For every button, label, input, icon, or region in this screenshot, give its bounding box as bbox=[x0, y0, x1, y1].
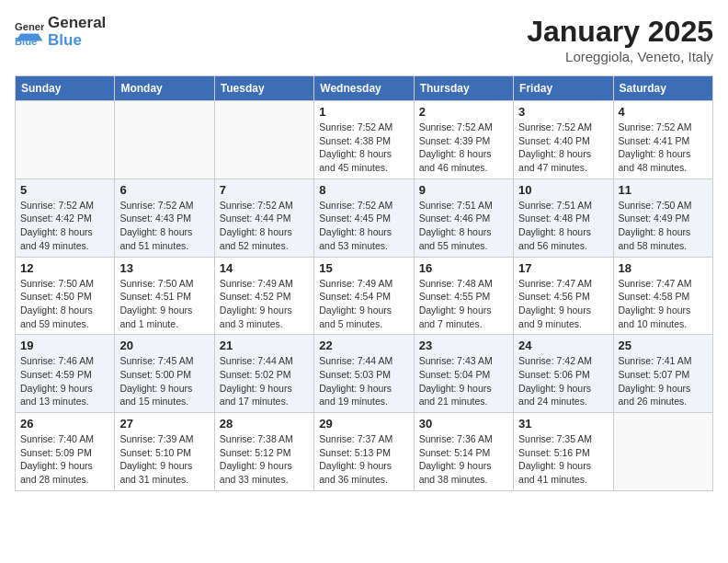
day-info: Sunrise: 7:44 AM Sunset: 5:02 PM Dayligh… bbox=[220, 354, 309, 408]
day-info: Sunrise: 7:47 AM Sunset: 4:58 PM Dayligh… bbox=[619, 277, 708, 331]
day-number: 26 bbox=[20, 417, 109, 431]
calendar-week-row: 1Sunrise: 7:52 AM Sunset: 4:38 PM Daylig… bbox=[16, 101, 713, 179]
day-info: Sunrise: 7:52 AM Sunset: 4:44 PM Dayligh… bbox=[220, 199, 309, 253]
day-number: 20 bbox=[119, 339, 209, 352]
day-number: 30 bbox=[419, 417, 508, 431]
calendar-week-row: 26Sunrise: 7:40 AM Sunset: 5:09 PM Dayli… bbox=[16, 413, 713, 491]
logo-icon: General Blue bbox=[15, 17, 44, 47]
calendar-day-cell bbox=[115, 101, 214, 179]
day-info: Sunrise: 7:52 AM Sunset: 4:42 PM Dayligh… bbox=[20, 199, 109, 253]
day-info: Sunrise: 7:52 AM Sunset: 4:40 PM Dayligh… bbox=[518, 121, 608, 175]
day-number: 4 bbox=[619, 105, 708, 119]
day-info: Sunrise: 7:52 AM Sunset: 4:38 PM Dayligh… bbox=[319, 121, 408, 175]
day-number: 9 bbox=[419, 183, 508, 197]
calendar-day-cell bbox=[613, 413, 712, 491]
calendar-day-cell: 3Sunrise: 7:52 AM Sunset: 4:40 PM Daylig… bbox=[514, 101, 613, 179]
day-info: Sunrise: 7:51 AM Sunset: 4:46 PM Dayligh… bbox=[419, 199, 508, 253]
day-info: Sunrise: 7:38 AM Sunset: 5:12 PM Dayligh… bbox=[220, 432, 309, 487]
day-number: 15 bbox=[319, 261, 408, 275]
weekday-header-tuesday: Tuesday bbox=[214, 76, 313, 101]
calendar-day-cell bbox=[16, 101, 115, 179]
calendar-day-cell: 2Sunrise: 7:52 AM Sunset: 4:39 PM Daylig… bbox=[414, 101, 513, 179]
calendar-day-cell: 26Sunrise: 7:40 AM Sunset: 5:09 PM Dayli… bbox=[16, 413, 115, 491]
day-info: Sunrise: 7:46 AM Sunset: 4:59 PM Dayligh… bbox=[20, 354, 109, 408]
weekday-header-row: SundayMondayTuesdayWednesdayThursdayFrid… bbox=[16, 76, 713, 101]
day-number: 10 bbox=[518, 183, 608, 197]
calendar-day-cell: 11Sunrise: 7:50 AM Sunset: 4:49 PM Dayli… bbox=[613, 178, 712, 257]
day-info: Sunrise: 7:35 AM Sunset: 5:16 PM Dayligh… bbox=[518, 432, 608, 487]
page-header: General Blue General Blue January 2025 L… bbox=[15, 15, 713, 64]
day-number: 11 bbox=[619, 183, 708, 197]
day-info: Sunrise: 7:44 AM Sunset: 5:03 PM Dayligh… bbox=[319, 354, 408, 408]
svg-text:Blue: Blue bbox=[15, 36, 37, 47]
weekday-header-monday: Monday bbox=[115, 76, 214, 101]
day-number: 13 bbox=[119, 261, 209, 275]
calendar-day-cell: 9Sunrise: 7:51 AM Sunset: 4:46 PM Daylig… bbox=[414, 178, 513, 257]
calendar-day-cell: 12Sunrise: 7:50 AM Sunset: 4:50 PM Dayli… bbox=[16, 257, 115, 335]
svg-text:General: General bbox=[15, 21, 44, 32]
day-info: Sunrise: 7:49 AM Sunset: 4:52 PM Dayligh… bbox=[220, 277, 309, 331]
day-info: Sunrise: 7:39 AM Sunset: 5:10 PM Dayligh… bbox=[119, 432, 209, 487]
day-number: 6 bbox=[119, 183, 209, 197]
calendar-day-cell: 28Sunrise: 7:38 AM Sunset: 5:12 PM Dayli… bbox=[214, 413, 313, 491]
calendar-week-row: 12Sunrise: 7:50 AM Sunset: 4:50 PM Dayli… bbox=[16, 257, 713, 335]
day-info: Sunrise: 7:52 AM Sunset: 4:39 PM Dayligh… bbox=[419, 121, 508, 175]
day-info: Sunrise: 7:52 AM Sunset: 4:45 PM Dayligh… bbox=[319, 199, 408, 253]
day-info: Sunrise: 7:52 AM Sunset: 4:43 PM Dayligh… bbox=[119, 199, 209, 253]
title-area: January 2025 Loreggiola, Veneto, Italy bbox=[527, 15, 713, 64]
calendar-day-cell: 17Sunrise: 7:47 AM Sunset: 4:56 PM Dayli… bbox=[514, 257, 613, 335]
calendar-day-cell: 8Sunrise: 7:52 AM Sunset: 4:45 PM Daylig… bbox=[314, 178, 414, 257]
day-info: Sunrise: 7:45 AM Sunset: 5:00 PM Dayligh… bbox=[119, 354, 209, 408]
day-info: Sunrise: 7:43 AM Sunset: 5:04 PM Dayligh… bbox=[419, 354, 508, 408]
calendar-day-cell: 19Sunrise: 7:46 AM Sunset: 4:59 PM Dayli… bbox=[16, 335, 115, 413]
day-number: 14 bbox=[220, 261, 309, 275]
day-info: Sunrise: 7:47 AM Sunset: 4:56 PM Dayligh… bbox=[518, 277, 608, 331]
calendar-table: SundayMondayTuesdayWednesdayThursdayFrid… bbox=[15, 75, 713, 491]
calendar-day-cell: 21Sunrise: 7:44 AM Sunset: 5:02 PM Dayli… bbox=[214, 335, 313, 413]
day-number: 5 bbox=[20, 183, 109, 197]
calendar-day-cell: 22Sunrise: 7:44 AM Sunset: 5:03 PM Dayli… bbox=[314, 335, 414, 413]
day-info: Sunrise: 7:48 AM Sunset: 4:55 PM Dayligh… bbox=[419, 277, 508, 331]
day-info: Sunrise: 7:50 AM Sunset: 4:50 PM Dayligh… bbox=[20, 277, 109, 331]
calendar-day-cell: 27Sunrise: 7:39 AM Sunset: 5:10 PM Dayli… bbox=[115, 413, 214, 491]
logo-blue-text: Blue bbox=[48, 32, 106, 50]
day-number: 28 bbox=[220, 417, 309, 431]
day-number: 18 bbox=[619, 261, 708, 275]
day-info: Sunrise: 7:40 AM Sunset: 5:09 PM Dayligh… bbox=[20, 432, 109, 487]
calendar-day-cell: 30Sunrise: 7:36 AM Sunset: 5:14 PM Dayli… bbox=[414, 413, 513, 491]
day-info: Sunrise: 7:52 AM Sunset: 4:41 PM Dayligh… bbox=[619, 121, 708, 175]
calendar-day-cell: 5Sunrise: 7:52 AM Sunset: 4:42 PM Daylig… bbox=[16, 178, 115, 257]
calendar-day-cell: 31Sunrise: 7:35 AM Sunset: 5:16 PM Dayli… bbox=[514, 413, 613, 491]
calendar-day-cell: 25Sunrise: 7:41 AM Sunset: 5:07 PM Dayli… bbox=[613, 335, 712, 413]
day-number: 16 bbox=[419, 261, 508, 275]
day-info: Sunrise: 7:42 AM Sunset: 5:06 PM Dayligh… bbox=[518, 354, 608, 408]
weekday-header-sunday: Sunday bbox=[16, 76, 115, 101]
calendar-day-cell: 6Sunrise: 7:52 AM Sunset: 4:43 PM Daylig… bbox=[115, 178, 214, 257]
weekday-header-friday: Friday bbox=[514, 76, 613, 101]
calendar-day-cell: 18Sunrise: 7:47 AM Sunset: 4:58 PM Dayli… bbox=[613, 257, 712, 335]
day-number: 31 bbox=[518, 417, 608, 431]
day-number: 1 bbox=[319, 105, 408, 119]
weekday-header-thursday: Thursday bbox=[414, 76, 513, 101]
logo: General Blue General Blue bbox=[15, 15, 106, 49]
day-number: 24 bbox=[518, 339, 608, 352]
day-info: Sunrise: 7:37 AM Sunset: 5:13 PM Dayligh… bbox=[319, 432, 408, 487]
calendar-day-cell: 29Sunrise: 7:37 AM Sunset: 5:13 PM Dayli… bbox=[314, 413, 414, 491]
calendar-day-cell: 10Sunrise: 7:51 AM Sunset: 4:48 PM Dayli… bbox=[514, 178, 613, 257]
day-number: 8 bbox=[319, 183, 408, 197]
day-info: Sunrise: 7:50 AM Sunset: 4:49 PM Dayligh… bbox=[619, 199, 708, 253]
calendar-day-cell: 16Sunrise: 7:48 AM Sunset: 4:55 PM Dayli… bbox=[414, 257, 513, 335]
day-number: 17 bbox=[518, 261, 608, 275]
day-number: 3 bbox=[518, 105, 608, 119]
day-info: Sunrise: 7:49 AM Sunset: 4:54 PM Dayligh… bbox=[319, 277, 408, 331]
day-info: Sunrise: 7:41 AM Sunset: 5:07 PM Dayligh… bbox=[619, 354, 708, 408]
day-info: Sunrise: 7:36 AM Sunset: 5:14 PM Dayligh… bbox=[419, 432, 508, 487]
calendar-day-cell: 13Sunrise: 7:50 AM Sunset: 4:51 PM Dayli… bbox=[115, 257, 214, 335]
calendar-day-cell: 14Sunrise: 7:49 AM Sunset: 4:52 PM Dayli… bbox=[214, 257, 313, 335]
calendar-day-cell: 1Sunrise: 7:52 AM Sunset: 4:38 PM Daylig… bbox=[314, 101, 414, 179]
weekday-header-saturday: Saturday bbox=[613, 76, 712, 101]
day-number: 2 bbox=[419, 105, 508, 119]
weekday-header-wednesday: Wednesday bbox=[314, 76, 414, 101]
calendar-day-cell: 4Sunrise: 7:52 AM Sunset: 4:41 PM Daylig… bbox=[613, 101, 712, 179]
day-number: 22 bbox=[319, 339, 408, 352]
